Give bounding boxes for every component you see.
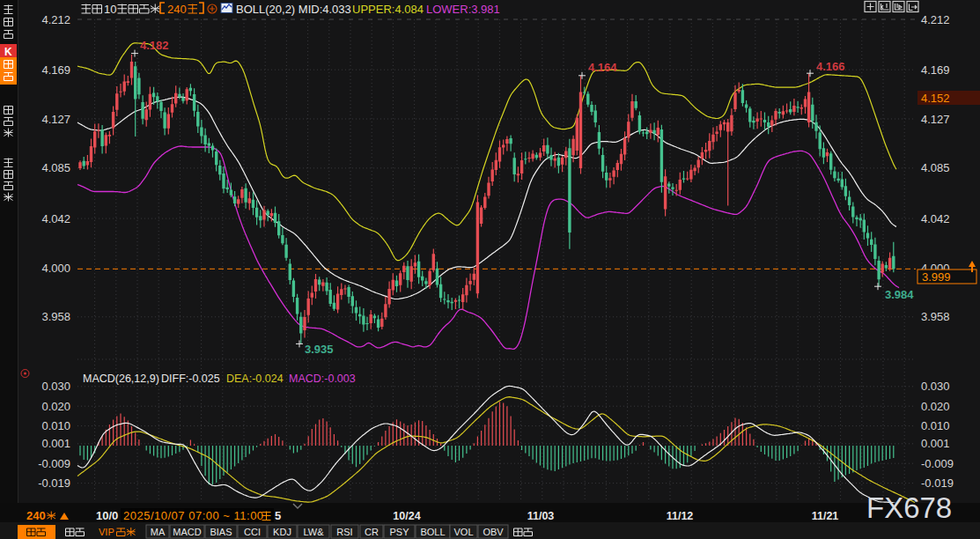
svg-text:MACD: MACD xyxy=(173,527,201,537)
svg-text:LW&: LW& xyxy=(303,527,324,537)
svg-text:0.030: 0.030 xyxy=(921,380,950,393)
svg-text:3.958: 3.958 xyxy=(921,310,950,323)
svg-text:0.030: 0.030 xyxy=(41,380,70,393)
svg-text:-0.009: -0.009 xyxy=(38,457,70,470)
svg-text:MACD:-0.003: MACD:-0.003 xyxy=(289,373,356,385)
svg-text:11/21: 11/21 xyxy=(812,510,839,522)
svg-text:4.085: 4.085 xyxy=(41,161,70,174)
svg-text:BOLL(20,2) MID:4.033: BOLL(20,2) MID:4.033 xyxy=(236,3,351,16)
svg-text:11/12: 11/12 xyxy=(667,510,694,522)
svg-text:3.958: 3.958 xyxy=(41,310,70,323)
svg-text:VOL: VOL xyxy=(453,527,473,537)
svg-text:PSY: PSY xyxy=(389,527,409,537)
svg-text:OBV: OBV xyxy=(483,527,504,537)
svg-text:BIAS: BIAS xyxy=(210,527,232,537)
svg-text:4.182: 4.182 xyxy=(140,39,169,52)
svg-text:4.152: 4.152 xyxy=(921,92,950,105)
svg-text:10/24: 10/24 xyxy=(393,510,420,522)
svg-text:LOWER:3.981: LOWER:3.981 xyxy=(426,3,500,16)
svg-text:0.010: 0.010 xyxy=(41,419,70,432)
svg-text:KDJ: KDJ xyxy=(273,527,291,537)
svg-text:MACD(26,12,9): MACD(26,12,9) xyxy=(83,373,159,385)
svg-text:-0.019: -0.019 xyxy=(38,476,70,490)
svg-text:0.010: 0.010 xyxy=(921,419,950,432)
svg-text:10: 10 xyxy=(104,3,116,16)
svg-text:0.001: 0.001 xyxy=(41,437,70,450)
svg-text:4.166: 4.166 xyxy=(816,60,845,73)
svg-text:0.020: 0.020 xyxy=(41,400,70,413)
svg-text:4.000: 4.000 xyxy=(41,262,70,275)
svg-text:4.164: 4.164 xyxy=(588,61,617,74)
svg-text:FX678: FX678 xyxy=(866,491,952,524)
svg-text:4.169: 4.169 xyxy=(921,63,950,77)
svg-text:0.020: 0.020 xyxy=(921,400,950,413)
svg-text:0.001: 0.001 xyxy=(921,437,950,450)
svg-text:MA: MA xyxy=(151,527,166,537)
svg-text:VIP: VIP xyxy=(99,527,114,537)
svg-text:-0.009: -0.009 xyxy=(921,457,954,470)
svg-text:4.212: 4.212 xyxy=(921,13,950,26)
svg-text:UPPER:4.084: UPPER:4.084 xyxy=(352,3,424,16)
svg-text:-0.019: -0.019 xyxy=(921,476,954,490)
svg-text:DEA:-0.024: DEA:-0.024 xyxy=(226,373,284,385)
svg-text:11/03: 11/03 xyxy=(527,510,555,522)
svg-text:240: 240 xyxy=(167,3,187,16)
svg-text:2025/10/07 07:00 ~ 11:00: 2025/10/07 07:00 ~ 11:00 xyxy=(123,509,264,522)
svg-text:4.127: 4.127 xyxy=(921,113,950,126)
svg-text:CCI: CCI xyxy=(244,527,261,537)
svg-text:3.984: 3.984 xyxy=(885,288,914,301)
svg-text:4.085: 4.085 xyxy=(921,161,950,174)
svg-text:240: 240 xyxy=(26,509,46,522)
svg-text:4.042: 4.042 xyxy=(921,212,950,225)
svg-text:DIFF:-0.025: DIFF:-0.025 xyxy=(161,373,220,385)
svg-text:10/0: 10/0 xyxy=(96,509,118,522)
svg-text:5: 5 xyxy=(275,509,281,522)
svg-text:3.999: 3.999 xyxy=(922,270,951,284)
svg-text:4.127: 4.127 xyxy=(41,113,70,126)
svg-text:BOLL: BOLL xyxy=(420,527,445,537)
svg-text:4.212: 4.212 xyxy=(41,13,70,26)
svg-text:K: K xyxy=(4,46,12,58)
svg-text:4.042: 4.042 xyxy=(41,212,70,225)
svg-text:3.935: 3.935 xyxy=(305,343,334,356)
svg-text:CR: CR xyxy=(365,527,379,537)
svg-text:4.169: 4.169 xyxy=(41,63,70,77)
svg-text:RSI: RSI xyxy=(336,527,352,537)
